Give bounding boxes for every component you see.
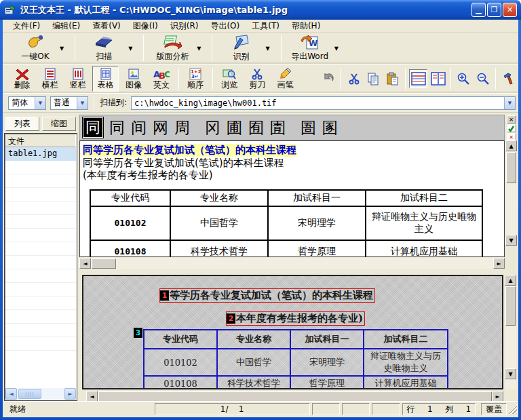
scan-button[interactable]: 扫描 ▼ bbox=[78, 33, 138, 63]
ocr-horizontal-scrollbar[interactable]: ◄ ► bbox=[79, 258, 505, 269]
recognition-zone-3[interactable]: 3 专业代码 专业名称 加试科目一 加试科目二 010102 中国哲学 bbox=[143, 329, 448, 389]
mode-combobox[interactable]: 普通 ▼ bbox=[50, 96, 88, 110]
candidate-char[interactable]: 圊 bbox=[270, 120, 286, 136]
candidate-char[interactable]: 同 bbox=[109, 120, 125, 136]
file-list-column-header[interactable]: 文件 bbox=[5, 134, 76, 147]
scroll-left-icon[interactable]: ◄ bbox=[5, 388, 17, 400]
chevron-down-icon[interactable]: ▼ bbox=[35, 97, 45, 109]
candidate-char[interactable]: 冈 bbox=[205, 120, 220, 136]
vertical-zone-button[interactable]: 竖栏 bbox=[64, 66, 91, 92]
scrollbar-thumb[interactable] bbox=[92, 259, 116, 269]
tab-thumbnail-view[interactable]: 缩图 bbox=[42, 117, 76, 131]
export-word-button[interactable]: W 导出Word ▼ bbox=[284, 33, 344, 63]
dropdown-arrow-icon[interactable]: ▼ bbox=[197, 45, 201, 52]
delete-zone-button[interactable]: 删除 bbox=[9, 66, 35, 92]
recognize-button[interactable]: 识别 ▼ bbox=[215, 33, 275, 63]
recognition-zone-2[interactable]: 2 本年度有考生报考的各专业) bbox=[226, 311, 365, 326]
scrollbar-thumb[interactable] bbox=[98, 392, 492, 402]
candidate-char[interactable]: 圄 bbox=[301, 120, 316, 136]
menu-tools[interactable]: 工具(T) bbox=[246, 19, 286, 33]
ocr-cell[interactable]: 中国哲学 bbox=[170, 206, 268, 240]
scrollbar-thumb[interactable]: |||| bbox=[18, 389, 41, 399]
charset-combobox[interactable]: 简体 ▼ bbox=[8, 96, 46, 110]
candidate-close-button[interactable]: ✕ bbox=[507, 115, 516, 123]
candidate-char[interactable]: 圃 bbox=[227, 120, 242, 136]
ocr-header-cell[interactable]: 加试科目一 bbox=[268, 190, 366, 206]
minimize-button[interactable]: ▁ bbox=[471, 3, 486, 17]
scroll-right-icon[interactable]: ► bbox=[64, 388, 76, 400]
resize-grip[interactable] bbox=[508, 404, 517, 414]
menu-image[interactable]: 图像(I) bbox=[127, 19, 164, 33]
title-bar[interactable]: 汉王文本王 - 默认工程 - C:\HWDOC_KING\image\table… bbox=[0, 0, 521, 20]
chevron-down-icon[interactable]: ▼ bbox=[504, 97, 515, 109]
dropdown-arrow-icon[interactable]: ▼ bbox=[334, 45, 339, 52]
scanned-image-panel[interactable]: 1 等学历各专业复试加试（笔试）的本科生课程 2 本年度有考生报考的各专业) 3… bbox=[82, 275, 503, 389]
ocr-header-cell[interactable]: 专业代码 bbox=[90, 190, 170, 206]
menu-view[interactable]: 查看(V) bbox=[86, 19, 127, 33]
dropdown-arrow-icon[interactable]: ▼ bbox=[265, 45, 269, 52]
menu-export[interactable]: 导出(O) bbox=[204, 19, 246, 33]
one-key-ok-button[interactable]: 一键OK ▼ bbox=[9, 33, 69, 63]
brush-button[interactable]: 画笔 bbox=[272, 66, 298, 92]
ocr-vertical-scrollbar[interactable]: ▲ ▼ bbox=[505, 140, 517, 246]
paste-button[interactable] bbox=[384, 69, 402, 88]
view-text-image-button[interactable] bbox=[409, 69, 427, 88]
candidate-char[interactable]: 间 bbox=[131, 120, 147, 136]
english-zone-button[interactable]: A B C 英文 bbox=[148, 66, 174, 92]
scissors-button[interactable]: 剪刀 bbox=[244, 66, 271, 92]
scroll-left-icon[interactable]: ◄ bbox=[86, 391, 98, 402]
close-button[interactable]: ✕ bbox=[503, 3, 517, 17]
ocr-cell[interactable]: 辩证唯物主义与历史唯物主义 bbox=[366, 206, 482, 240]
zoom-out-button[interactable] bbox=[474, 69, 493, 88]
layout-analysis-button[interactable]: 版面分析 ▼ bbox=[147, 33, 206, 63]
ocr-text-line[interactable]: (本年度有考生报考的各专业) bbox=[83, 169, 504, 181]
ocr-cell[interactable]: 宋明理学 bbox=[268, 206, 366, 240]
image-zone-button[interactable]: 图像 bbox=[120, 66, 147, 92]
scroll-down-icon[interactable]: ▼ bbox=[505, 235, 517, 246]
tab-list-view[interactable]: 列表 bbox=[5, 117, 39, 131]
candidate-char[interactable]: 圂 bbox=[322, 120, 338, 136]
scrollbar-thumb[interactable] bbox=[506, 152, 516, 183]
copy-button[interactable] bbox=[364, 69, 383, 88]
scrollbar-track[interactable] bbox=[505, 184, 517, 235]
ocr-cell[interactable]: 010102 bbox=[90, 206, 170, 240]
ocr-result-panel[interactable]: 同等学历各专业复试加试（笔试）的本科生课程 同等学历各专业复试加试(笔试)的本科… bbox=[79, 140, 505, 257]
ocr-header-cell[interactable]: 专业名称 bbox=[170, 190, 268, 206]
view-alt-button[interactable] bbox=[429, 69, 447, 88]
zoom-in-button[interactable] bbox=[455, 69, 473, 88]
menu-help[interactable]: 帮助(H) bbox=[286, 19, 326, 33]
table-zone-button[interactable]: 表格 bbox=[92, 66, 119, 92]
scroll-down-icon[interactable]: ▼ bbox=[505, 368, 516, 379]
sidebar-horizontal-scrollbar[interactable]: ◄ |||| ► bbox=[5, 388, 76, 400]
scroll-right-icon[interactable]: ► bbox=[492, 391, 503, 402]
tools-button[interactable] bbox=[499, 69, 518, 88]
ocr-cell[interactable]: 哲学原理 bbox=[268, 240, 366, 257]
scrollbar-track[interactable] bbox=[505, 326, 516, 368]
maximize-button[interactable]: ❒ bbox=[487, 3, 501, 17]
dropdown-arrow-icon[interactable]: ▼ bbox=[60, 45, 64, 52]
scrollbar-track[interactable] bbox=[116, 258, 493, 269]
menu-edit[interactable]: 编辑(E) bbox=[46, 19, 86, 33]
ocr-cell[interactable]: 科学技术哲学 bbox=[170, 240, 268, 257]
ocr-text-line[interactable]: 同等学历各专业复试加试(笔试)的本科生课程 bbox=[83, 157, 504, 169]
scroll-right-icon[interactable]: ► bbox=[493, 258, 505, 269]
ocr-cell[interactable]: 010108 bbox=[90, 240, 170, 257]
undo-button[interactable] bbox=[319, 69, 337, 88]
candidate-char[interactable]: 网 bbox=[153, 120, 168, 136]
current-character[interactable]: 同 bbox=[83, 117, 103, 138]
scan-to-combobox[interactable]: c:\hwdoc_king\image\hw001.tif ▼ bbox=[131, 96, 516, 110]
file-list-item[interactable]: table1.jpg bbox=[5, 147, 76, 161]
dropdown-arrow-icon[interactable]: ▼ bbox=[128, 45, 132, 52]
ocr-result-table[interactable]: 专业代码 专业名称 加试科目一 加试科目二 010102 中国哲学 宋明理学 辩… bbox=[90, 189, 483, 257]
menu-recognize[interactable]: 识别(R) bbox=[164, 19, 205, 33]
browse-button[interactable]: 浏览 bbox=[216, 66, 243, 92]
order-button[interactable]: 1+2 3↵ 顺序 bbox=[182, 66, 209, 92]
scroll-left-icon[interactable]: ◄ bbox=[79, 258, 91, 269]
candidate-char[interactable]: 周 bbox=[174, 120, 190, 136]
chevron-down-icon[interactable]: ▼ bbox=[77, 97, 88, 109]
cut-button[interactable] bbox=[345, 69, 363, 88]
candidate-char[interactable]: 囿 bbox=[248, 120, 264, 136]
ocr-highlighted-title[interactable]: 同等学历各专业复试加试（笔试）的本科生课程 bbox=[83, 144, 296, 157]
recognition-zone-1[interactable]: 1 等学历各专业复试加试（笔试）的本科生课程 bbox=[159, 288, 375, 303]
horizontal-zone-button[interactable]: 横栏 bbox=[37, 66, 63, 92]
